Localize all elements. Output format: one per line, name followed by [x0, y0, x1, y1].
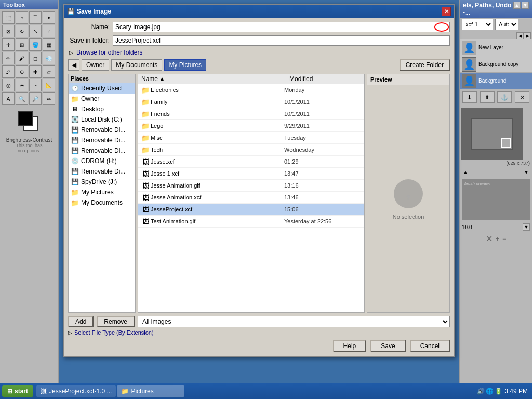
add-button[interactable]: Add [68, 316, 94, 327]
tool-blend[interactable]: ▦ [43, 38, 55, 51]
remove-button[interactable]: Remove [97, 316, 135, 327]
file-item-family[interactable]: 📁 Family 10/1/2011 [138, 96, 364, 108]
cancel-button[interactable]: Cancel [410, 340, 450, 352]
file-item-jesse-project[interactable]: 🖼 JesseProject.xcf 15:06 [138, 204, 364, 216]
taskbar-item-pictures[interactable]: 📁 Pictures [117, 385, 184, 397]
tool-scale[interactable]: ⤡ [29, 25, 42, 37]
tool-color-picker[interactable]: 🔍 [16, 92, 28, 105]
file-item-test-anim[interactable]: 🖼 Test Animation.gif Yesterday at 22:56 [138, 216, 364, 228]
tool-clone[interactable]: ⊙ [16, 65, 28, 78]
tool-blur[interactable]: ◎ [2, 79, 15, 91]
taskbar-item-jesse[interactable]: 🖼 JesseProject.xcf-1.0 ... [36, 385, 116, 397]
tool-measure[interactable]: 📐 [43, 79, 55, 91]
create-folder-button[interactable]: Create Folder [400, 59, 450, 71]
select-file-type-row[interactable]: ▷ Select File Type (By Extension) [68, 329, 450, 336]
place-recently-used[interactable]: 🕐 Recently Used [69, 83, 135, 94]
place-my-pictures[interactable]: 📁 My Pictures [69, 187, 135, 197]
tool-zoom[interactable]: 🔎 [29, 92, 42, 105]
file-item-lego[interactable]: 📁 Lego 9/29/2011 [138, 120, 364, 132]
tool-perspective[interactable]: ▱ [43, 65, 55, 78]
loc-btn-my-pictures[interactable]: My Pictures [164, 59, 206, 71]
browse-row[interactable]: ▷ Browse for other folders [68, 49, 450, 56]
file-type-select[interactable]: All images JPEG PNG GIF XCF [138, 316, 450, 327]
place-removable-3[interactable]: 💾 Removable Di... [69, 145, 135, 156]
canvas-nav-up[interactable]: ▲ [462, 168, 469, 176]
save-in-input[interactable] [113, 35, 450, 46]
place-spydrive[interactable]: 💾 SpyDrive (J:) [69, 177, 135, 187]
tool-heal[interactable]: ✚ [29, 65, 42, 78]
svg-text:?: ? [406, 194, 410, 202]
foreground-color-swatch[interactable] [18, 111, 33, 126]
file-item-misc[interactable]: 📁 Misc Tuesday [138, 132, 364, 144]
tool-flip[interactable]: ⇔ [43, 92, 55, 105]
loc-btn-owner[interactable]: Owner [82, 59, 109, 71]
layer-action-anchor[interactable]: ⚓ [497, 91, 512, 103]
tool-airbrush[interactable]: 💨 [43, 52, 55, 64]
layer-name-bg: Background [478, 78, 530, 84]
place-removable-1[interactable]: 💾 Removable Di... [69, 125, 135, 135]
tool-ink[interactable]: 🖊 [2, 65, 15, 78]
place-my-documents[interactable]: 📁 My Documents [69, 197, 135, 208]
removable-1-icon: 💾 [71, 126, 79, 134]
files-scroll[interactable]: 📁 Electronics Monday 📁 Family 10/1/2011 … [138, 84, 364, 312]
dialog-icon: 💾 [67, 8, 75, 15]
place-local-disk[interactable]: 💽 Local Disk (C:) [69, 114, 135, 125]
tool-crop[interactable]: ⊠ [2, 25, 15, 37]
tool-lasso[interactable]: ⌒ [29, 11, 42, 24]
file-item-friends[interactable]: 📁 Friends 10/1/2011 [138, 108, 364, 120]
dialog-close-button[interactable]: ✕ [442, 7, 451, 16]
file-item-jesse-anim-gif[interactable]: 🖼 Jesse Animation.gif 13:16 [138, 180, 364, 192]
layer-item-bg[interactable]: 👤 Background [460, 73, 532, 89]
tool-align[interactable]: ⊞ [16, 38, 28, 51]
layer-action-delete[interactable]: ✕ [515, 91, 529, 103]
panel-scroll-up[interactable]: ▲ [513, 2, 521, 9]
select-file-type-label: Select File Type (By Extension) [74, 329, 154, 336]
file-item-tech[interactable]: 📁 Tech Wednesday [138, 144, 364, 156]
tool-text[interactable]: A [2, 92, 15, 105]
layer-action-down[interactable]: ⬇ [462, 91, 477, 103]
place-cdrom[interactable]: 💿 CDROM (H:) [69, 156, 135, 166]
help-button[interactable]: Help [333, 340, 367, 352]
tool-smudge[interactable]: ~ [29, 79, 42, 91]
place-owner[interactable]: 📁 Owner [69, 94, 135, 104]
dialog-overlay: 💾 Save Image ✕ Name: Save in folder: ▷ B… [59, 0, 459, 383]
file-item-jesse1-xcf[interactable]: 🖼 Jesse 1.xcf 13:47 [138, 168, 364, 180]
right-panel-title: els, Paths, Undo -... ▲ ▼ [460, 0, 532, 18]
canvas-nav-down[interactable]: ▼ [523, 168, 530, 176]
loc-btn-my-documents[interactable]: My Documents [111, 59, 162, 71]
name-input[interactable] [113, 22, 450, 32]
tool-rect-select[interactable]: ⬚ [2, 11, 15, 24]
nav-back-button[interactable]: ◀ [68, 59, 79, 71]
tool-bucket[interactable]: 🪣 [29, 38, 42, 51]
tool-eraser[interactable]: ◻ [29, 52, 42, 64]
tool-ellipse-select[interactable]: ○ [16, 11, 28, 24]
layer-nav-left[interactable]: ◀ [516, 32, 524, 39]
files-col-name[interactable]: Name ▲ [138, 74, 286, 84]
auto-mode-select[interactable]: Auto [495, 19, 518, 30]
file-item-electronics[interactable]: 📁 Electronics Monday [138, 84, 364, 96]
tool-dodge[interactable]: ☀ [16, 79, 28, 91]
tool-pencil[interactable]: ✏ [2, 52, 15, 64]
place-desktop[interactable]: 🖥 Desktop [69, 104, 135, 114]
save-button[interactable]: Save [370, 340, 405, 352]
layer-action-duplicate[interactable]: ⬆ [480, 91, 495, 103]
place-removable-2[interactable]: 💾 Removable Di... [69, 135, 135, 145]
file-mod-jesse-anim-xcf: 13:46 [284, 194, 362, 201]
tool-rotate[interactable]: ↻ [16, 25, 28, 37]
file-item-jesse-xcf[interactable]: 🖼 Jesse.xcf 01:29 [138, 156, 364, 168]
tool-paintbrush[interactable]: 🖌 [16, 52, 28, 64]
layer-item-new[interactable]: 👤 New Layer [460, 39, 532, 56]
layer-item-bg-copy[interactable]: 👤 Background copy [460, 56, 532, 73]
start-button[interactable]: ⊞ start [2, 385, 33, 397]
svg-point-0 [394, 179, 423, 208]
file-item-jesse-anim-xcf[interactable]: 🖼 Jesse Animation.xcf 13:46 [138, 192, 364, 204]
tool-move[interactable]: ✛ [2, 38, 15, 51]
panel-scroll-down[interactable]: ▼ [522, 2, 529, 9]
xcf-mode-select[interactable]: xcf-1 [462, 19, 493, 30]
layer-nav-right[interactable]: ▶ [524, 32, 531, 39]
brush-panel-scroll[interactable]: ▼ [523, 223, 530, 231]
files-col-modified[interactable]: Modified [286, 74, 364, 84]
tool-fuzzy-select[interactable]: ✦ [43, 11, 55, 24]
place-removable-4[interactable]: 💾 Removable Di... [69, 166, 135, 177]
tool-shear[interactable]: ⟋ [43, 25, 55, 37]
